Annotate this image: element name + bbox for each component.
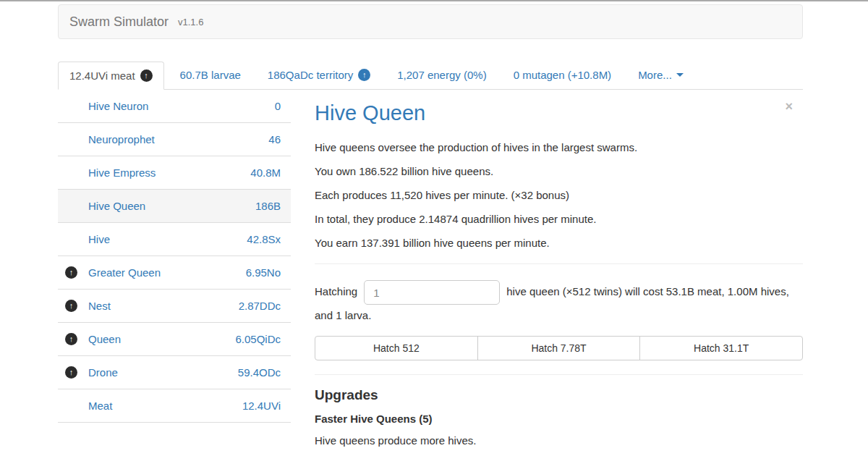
stat-earn-rate: You earn 137.391 billion hive queens per… (315, 236, 803, 250)
tab[interactable]: More... (627, 62, 694, 90)
unit-row[interactable]: Neuroprophet 46 (58, 123, 291, 156)
upgrades-heading: Upgrades (315, 387, 803, 403)
tab-bar: 12.4UVi meat↑ 60.7B larvae 186QaDc terri… (58, 62, 803, 90)
unit-row[interactable]: ↑ Nest 2.87DDc (58, 290, 291, 323)
unit-row-count: 12.4UVi (242, 400, 281, 412)
unit-description: Hive queens oversee the production of hi… (315, 140, 803, 154)
unit-row-count: 6.95No (246, 266, 281, 279)
unit-row-count: 6.05QiDc (235, 333, 281, 345)
page-top-divider (0, 0, 868, 1)
hatch-prefix-label: Hatching (315, 285, 357, 297)
hatch-sentence: Hatchinghive queen (×512 twins) will cos… (315, 280, 803, 326)
arrow-up-circle-icon: ↑ (65, 333, 77, 345)
unit-row[interactable]: ↑ Queen 6.05QiDc (58, 323, 291, 356)
arrow-up-circle-icon: ↑ (358, 69, 370, 81)
unit-row[interactable]: Hive Queen 186B (58, 190, 291, 223)
arrow-up-circle-icon: ↑ (65, 366, 77, 379)
hatch-button-group: Hatch 512Hatch 7.78THatch 31.1T (315, 336, 803, 360)
unit-row-count: 59.4ODc (238, 366, 281, 379)
unit-row[interactable]: Hive Neuron 0 (58, 90, 291, 123)
content-area: Hive Neuron 0 Neuroprophet 46 Hive Empre… (58, 90, 803, 447)
hatch-button[interactable]: Hatch 512 (315, 336, 478, 360)
arrow-up-circle-icon: ↑ (65, 300, 77, 312)
tab[interactable]: 12.4UVi meat↑ (58, 62, 164, 90)
hatch-button[interactable]: Hatch 31.1T (639, 336, 803, 360)
unit-row-count: 2.87DDc (239, 300, 281, 312)
divider (315, 263, 803, 264)
unit-row-label: Nest (88, 300, 111, 312)
unit-row-label: Queen (88, 333, 121, 345)
unit-row[interactable]: ↑ Greater Queen 6.95No (58, 256, 291, 290)
unit-row[interactable]: Meat 12.4UVi (58, 389, 291, 423)
tab[interactable]: 1,207 energy (0%) (386, 62, 497, 90)
unit-row-label: Neuroprophet (88, 133, 155, 145)
tab[interactable]: 60.7B larvae (169, 62, 252, 90)
app-container: Swarm Simulator v1.1.6 12.4UVi meat↑ 60.… (58, 4, 803, 447)
unit-row-label: Hive Neuron (88, 100, 148, 112)
arrow-up-circle-icon: ↑ (65, 266, 77, 279)
unit-row-count: 0 (275, 100, 281, 112)
tab[interactable]: 0 mutagen (+10.8M) (503, 62, 623, 90)
app-version: v1.1.6 (178, 17, 203, 28)
divider (315, 374, 803, 375)
unit-row-count: 40.8M (250, 166, 281, 179)
stat-each-produces: Each produces 11,520 hives per minute. (… (315, 188, 803, 202)
arrow-up-circle-icon: ↑ (140, 69, 153, 82)
unit-row-label: Drone (88, 366, 118, 379)
tab[interactable]: 186QaDc territory↑ (257, 62, 381, 90)
unit-row-label: Hive Empress (88, 166, 156, 179)
unit-row[interactable]: Hive Empress 40.8M (58, 156, 291, 190)
unit-row-count: 46 (268, 133, 281, 145)
hatch-quantity-input[interactable] (364, 280, 500, 305)
unit-title: Hive Queen (315, 101, 803, 125)
unit-row-label: Greater Queen (88, 266, 161, 279)
chevron-down-icon (676, 73, 684, 77)
stat-owned: You own 186.522 billion hive queens. (315, 164, 803, 178)
app-header: Swarm Simulator v1.1.6 (58, 4, 803, 39)
unit-sidebar: Hive Neuron 0 Neuroprophet 46 Hive Empre… (58, 90, 291, 423)
unit-row[interactable]: ↑ Drone 59.4ODc (58, 356, 291, 389)
upgrade-description: Hive queens produce more hives. (315, 434, 803, 447)
unit-row-label: Hive (88, 233, 110, 245)
stat-total-production: In total, they produce 2.14874 quadrilli… (315, 212, 803, 226)
app-title: Swarm Simulator (69, 14, 169, 30)
unit-row-label: Meat (88, 400, 112, 412)
unit-detail-panel: × Hive Queen Hive queens oversee the pro… (315, 90, 803, 447)
upgrade-name: Faster Hive Queens (5) (315, 413, 803, 425)
unit-row-label: Hive Queen (88, 200, 145, 212)
unit-row-count: 186B (255, 200, 281, 212)
hatch-button[interactable]: Hatch 7.78T (477, 336, 641, 360)
unit-row-count: 42.8Sx (247, 233, 281, 245)
unit-row[interactable]: Hive 42.8Sx (58, 223, 291, 256)
close-icon[interactable]: × (785, 100, 793, 113)
